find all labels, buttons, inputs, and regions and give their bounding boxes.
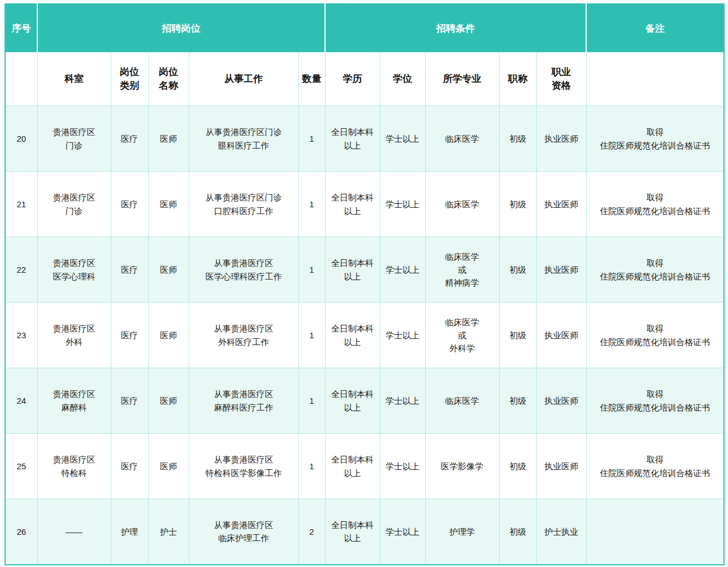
cell-education: 全日制本科 以上 bbox=[325, 499, 380, 565]
cell-qualification: 执业医师 bbox=[536, 237, 586, 303]
cell-category: 医疗 bbox=[111, 172, 148, 237]
header-sub-category: 岗位 类别 bbox=[111, 53, 148, 106]
cell-major: 临床医学 bbox=[425, 368, 499, 434]
cell-title: 医师 bbox=[148, 106, 189, 172]
recruitment-table: 序号 招聘岗位 招聘条件 备注 科室 岗位 类别 岗位 名称 从事工作 数量 学… bbox=[5, 3, 725, 565]
cell-title: 医师 bbox=[148, 303, 189, 368]
cell-major: 医学影像学 bbox=[425, 434, 499, 499]
cell-category: 医疗 bbox=[111, 106, 148, 172]
cell-major: 护理学 bbox=[425, 499, 499, 565]
cell-department: —— bbox=[37, 499, 111, 565]
page: 序号 招聘岗位 招聘条件 备注 科室 岗位 类别 岗位 名称 从事工作 数量 学… bbox=[0, 0, 728, 567]
header-group-job: 招聘岗位 bbox=[37, 4, 325, 53]
cell-title: 医师 bbox=[148, 368, 189, 434]
table-row: 26 —— 护理 护士 从事贵港医疗区 临床护理工作 2 全日制本科 以上 学士… bbox=[5, 499, 724, 565]
cell-rank: 初级 bbox=[499, 237, 536, 303]
cell-rank: 初级 bbox=[499, 368, 536, 434]
cell-degree: 学士以上 bbox=[380, 303, 425, 368]
cell-education: 全日制本科 以上 bbox=[325, 237, 380, 303]
cell-qualification: 执业医师 bbox=[536, 434, 586, 499]
cell-rank: 初级 bbox=[499, 172, 536, 237]
cell-rank: 初级 bbox=[499, 303, 536, 368]
cell-duty: 从事贵港医疗区门诊 眼科医疗工作 bbox=[189, 106, 298, 172]
table-row: 20 贵港医疗区 门诊 医疗 医师 从事贵港医疗区门诊 眼科医疗工作 1 全日制… bbox=[5, 106, 724, 172]
table-body: 20 贵港医疗区 门诊 医疗 医师 从事贵港医疗区门诊 眼科医疗工作 1 全日制… bbox=[5, 106, 724, 565]
cell-count: 1 bbox=[298, 237, 325, 303]
cell-education: 全日制本科 以上 bbox=[325, 106, 380, 172]
cell-remark: 取得 住院医师规范化培训合格证书 bbox=[586, 106, 724, 172]
cell-remark bbox=[586, 499, 724, 565]
cell-major: 临床医学 bbox=[425, 172, 499, 237]
header-sub-row: 科室 岗位 类别 岗位 名称 从事工作 数量 学历 学位 所学专业 职称 职业 … bbox=[5, 53, 724, 106]
cell-duty: 从事贵港医疗区 医学心理科医疗工作 bbox=[189, 237, 298, 303]
cell-education: 全日制本科 以上 bbox=[325, 434, 380, 499]
cell-serial: 25 bbox=[5, 434, 37, 499]
cell-category: 医疗 bbox=[111, 368, 148, 434]
header-sub-qualification: 职业 资格 bbox=[536, 53, 586, 106]
table-header: 序号 招聘岗位 招聘条件 备注 科室 岗位 类别 岗位 名称 从事工作 数量 学… bbox=[5, 4, 724, 106]
header-serial: 序号 bbox=[5, 4, 37, 53]
cell-department: 贵港医疗区 麻醉科 bbox=[37, 368, 111, 434]
cell-serial: 20 bbox=[5, 106, 37, 172]
cell-department: 贵港医疗区 医学心理科 bbox=[37, 237, 111, 303]
cell-major: 临床医学 或 外科学 bbox=[425, 303, 499, 368]
cell-qualification: 执业医师 bbox=[536, 106, 586, 172]
cell-degree: 学士以上 bbox=[380, 106, 425, 172]
cell-title: 医师 bbox=[148, 237, 189, 303]
cell-major: 临床医学 或 精神病学 bbox=[425, 237, 499, 303]
header-sub-duty: 从事工作 bbox=[189, 53, 298, 106]
cell-count: 1 bbox=[298, 106, 325, 172]
header-remark: 备注 bbox=[586, 4, 724, 53]
cell-remark: 取得 住院医师规范化培训合格证书 bbox=[586, 434, 724, 499]
header-group-row: 序号 招聘岗位 招聘条件 备注 bbox=[5, 4, 724, 53]
cell-degree: 学士以上 bbox=[380, 172, 425, 237]
cell-serial: 22 bbox=[5, 237, 37, 303]
header-sub-rank: 职称 bbox=[499, 53, 536, 106]
header-sub-title: 岗位 名称 bbox=[148, 53, 189, 106]
header-sub-count: 数量 bbox=[298, 53, 325, 106]
cell-count: 1 bbox=[298, 303, 325, 368]
cell-serial: 21 bbox=[5, 172, 37, 237]
cell-education: 全日制本科 以上 bbox=[325, 303, 380, 368]
cell-rank: 初级 bbox=[499, 106, 536, 172]
table-row: 24 贵港医疗区 麻醉科 医疗 医师 从事贵港医疗区 麻醉科医疗工作 1 全日制… bbox=[5, 368, 724, 434]
cell-qualification: 护士执业 bbox=[536, 499, 586, 565]
header-sub-major: 所学专业 bbox=[425, 53, 499, 106]
cell-department: 贵港医疗区 门诊 bbox=[37, 172, 111, 237]
cell-education: 全日制本科 以上 bbox=[325, 172, 380, 237]
cell-serial: 23 bbox=[5, 303, 37, 368]
table-row: 23 贵港医疗区 外科 医疗 医师 从事贵港医疗区 外科医疗工作 1 全日制本科… bbox=[5, 303, 724, 368]
cell-count: 2 bbox=[298, 499, 325, 565]
cell-count: 1 bbox=[298, 434, 325, 499]
cell-remark: 取得 住院医师规范化培训合格证书 bbox=[586, 237, 724, 303]
cell-qualification: 执业医师 bbox=[536, 172, 586, 237]
cell-category: 医疗 bbox=[111, 237, 148, 303]
cell-degree: 学士以上 bbox=[380, 237, 425, 303]
cell-duty: 从事贵港医疗区 麻醉科医疗工作 bbox=[189, 368, 298, 434]
cell-major: 临床医学 bbox=[425, 106, 499, 172]
cell-degree: 学士以上 bbox=[380, 434, 425, 499]
cell-education: 全日制本科 以上 bbox=[325, 368, 380, 434]
cell-remark: 取得 住院医师规范化培训合格证书 bbox=[586, 368, 724, 434]
table-row: 25 贵港医疗区 特检科 医疗 医师 从事贵港医疗区 特检科医学影像工作 1 全… bbox=[5, 434, 724, 499]
cell-count: 1 bbox=[298, 172, 325, 237]
cell-degree: 学士以上 bbox=[380, 499, 425, 565]
header-group-condition: 招聘条件 bbox=[325, 4, 586, 53]
cell-duty: 从事贵港医疗区门诊 口腔科医疗工作 bbox=[189, 172, 298, 237]
table-row: 21 贵港医疗区 门诊 医疗 医师 从事贵港医疗区门诊 口腔科医疗工作 1 全日… bbox=[5, 172, 724, 237]
cell-duty: 从事贵港医疗区 临床护理工作 bbox=[189, 499, 298, 565]
cell-serial: 26 bbox=[5, 499, 37, 565]
header-sub-education: 学历 bbox=[325, 53, 380, 106]
header-sub-empty-right bbox=[586, 53, 724, 106]
cell-category: 医疗 bbox=[111, 434, 148, 499]
cell-department: 贵港医疗区 外科 bbox=[37, 303, 111, 368]
cell-department: 贵港医疗区 门诊 bbox=[37, 106, 111, 172]
cell-remark: 取得 住院医师规范化培训合格证书 bbox=[586, 303, 724, 368]
cell-serial: 24 bbox=[5, 368, 37, 434]
cell-remark: 取得 住院医师规范化培训合格证书 bbox=[586, 172, 724, 237]
cell-duty: 从事贵港医疗区 外科医疗工作 bbox=[189, 303, 298, 368]
cell-qualification: 执业医师 bbox=[536, 303, 586, 368]
header-sub-department: 科室 bbox=[37, 53, 111, 106]
table-row: 22 贵港医疗区 医学心理科 医疗 医师 从事贵港医疗区 医学心理科医疗工作 1… bbox=[5, 237, 724, 303]
header-sub-empty-left bbox=[5, 53, 37, 106]
